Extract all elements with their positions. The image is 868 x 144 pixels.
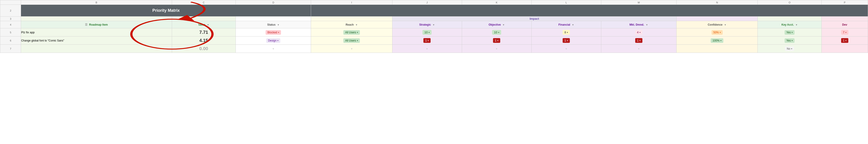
filter-icon-keyacct[interactable]: ▼ [796,24,798,26]
col-n-header[interactable]: N [677,0,758,5]
objective-pill-6[interactable]: 1 ▾ [493,38,500,43]
keyacct-pill-6[interactable]: Yes ▾ [784,38,795,43]
filter-icon-status[interactable]: ▼ [277,24,279,26]
mktdmnd-dropdown-empty[interactable]: ▾ [638,47,640,50]
col-d-header[interactable]: D [236,0,311,5]
confidence-pill-5[interactable]: 50% ▾ [712,30,723,35]
filter-icon-financial[interactable]: ▼ [572,24,574,26]
row6-objective[interactable]: 1 ▾ [462,37,531,45]
col-p-header[interactable]: P [822,0,868,5]
row7-keyacct[interactable]: No ▾ [758,45,822,53]
col-b-header[interactable]: B [21,0,172,5]
filter-icon-objective[interactable]: ▼ [502,24,505,26]
keyacct-pill-5[interactable]: Yes ▾ [784,30,795,35]
row6-strategic[interactable]: 1 ▾ [392,37,462,45]
row5-mktdmnd[interactable]: 4 ▾ [601,28,677,37]
row5-dev[interactable]: 7 ▾ [822,28,868,37]
dev-pill-6[interactable]: 1 ▾ [841,38,848,43]
blocked-chevron: ▾ [278,31,279,33]
row5-objective[interactable]: 10 ▾ [462,28,531,37]
objective-header[interactable]: Objective ▼ [462,21,531,28]
reach-pill-6[interactable]: All Users ▾ [343,38,360,43]
status-dropdown-empty[interactable]: ▾ [273,47,274,50]
strategic-pill-5[interactable]: 10 ▾ [423,30,431,35]
row3-p [822,17,868,21]
filter-icon-strategic[interactable]: ▼ [433,24,435,26]
filter-icon-reach[interactable]: ▼ [355,24,358,26]
dev-header[interactable]: Dev [822,21,868,28]
row6-status[interactable]: Design ▾ [236,37,311,45]
confidence-header[interactable]: Confidence ▼ [677,21,758,28]
col-c-header[interactable]: C [172,0,236,5]
column-headers-row: 4 ☰ Roadmap Item Value ▼ Status ▼ Reach … [0,21,868,28]
row7-objective[interactable]: ▾ [462,45,531,53]
row7-item[interactable] [21,45,172,53]
row7-dev[interactable] [822,45,868,53]
row5-strategic[interactable]: 10 ▾ [392,28,462,37]
row3-b [21,17,172,21]
row3-num: 3 [0,17,21,21]
blocked-badge[interactable]: Blocked ▾ [266,30,281,35]
col-k-header[interactable]: K [462,0,531,5]
row6-confidence[interactable]: 100% ▾ [677,37,758,45]
filter-icon-value[interactable]: ▼ [207,24,209,26]
financial-header[interactable]: Financial ▼ [531,21,601,28]
row6-dev[interactable]: 1 ▾ [822,37,868,45]
reach-dropdown-empty[interactable]: ▾ [351,47,352,50]
row6-reach[interactable]: All Users ▾ [311,37,392,45]
row5-value[interactable]: 7.71 [172,28,236,37]
row5-reach[interactable]: All Users ▾ [311,28,392,37]
row5-confidence[interactable]: 50% ▾ [677,28,758,37]
objective-dropdown-empty[interactable]: ▾ [496,47,497,50]
col-o-header[interactable]: O [758,0,822,5]
filter-icon-mkt[interactable]: ▼ [646,24,648,26]
row7-value[interactable]: 0.00 [172,45,236,53]
row5-financial[interactable]: 8 ▾ [531,28,601,37]
key-acct-header[interactable]: Key Acct. ▼ [758,21,822,28]
roadmap-item-header[interactable]: ☰ Roadmap Item [21,21,172,28]
col-j-header[interactable]: J [392,0,462,5]
col-i-header[interactable]: I [311,0,392,5]
row7-confidence[interactable] [677,45,758,53]
row7-reach[interactable]: ▾ [311,45,392,53]
strategic-pill-6[interactable]: 1 ▾ [423,38,431,43]
row6-value[interactable]: 4.15 [172,37,236,45]
row5-item[interactable]: Plz fix app [21,28,172,37]
reach-header[interactable]: Reach ▼ [311,21,392,28]
filter-icon-roadmap[interactable]: ☰ [85,23,88,26]
value-header[interactable]: Value ▼ [172,21,236,28]
row7-mktdmnd[interactable]: ▾ [601,45,677,53]
row6-num: 6 [0,37,21,45]
row6-financial[interactable]: 1 ▾ [531,37,601,45]
row7-status[interactable]: ▾ [236,45,311,53]
row4-num: 4 [0,21,21,28]
confidence-pill-6[interactable]: 100% ▾ [711,38,723,43]
strategic-dropdown-empty[interactable]: ▾ [426,47,428,50]
col-m-header[interactable]: M [601,0,677,5]
row3-c [172,17,236,21]
row7-strategic[interactable]: ▾ [392,45,462,53]
mktdmnd-pill-5[interactable]: 4 ▾ [635,30,643,35]
col-l-header[interactable]: L [531,0,601,5]
financial-pill-5[interactable]: 8 ▾ [563,30,570,35]
financial-dropdown-empty[interactable]: ▾ [565,47,567,50]
filter-icon-confidence[interactable]: ▼ [724,24,726,26]
row7-financial[interactable]: ▾ [531,45,601,53]
dev-pill-5[interactable]: 7 ▾ [841,30,848,35]
design-badge[interactable]: Design ▾ [266,38,280,43]
mkt-dmnd-header[interactable]: Mkt. Dmnd. ▼ [601,21,677,28]
strategic-header[interactable]: Strategic ▼ [392,21,462,28]
row6-mktdmnd[interactable]: 1 ▾ [601,37,677,45]
row3-n [677,17,758,21]
reach-pill-5[interactable]: All Users ▾ [343,30,360,35]
status-header[interactable]: Status ▼ [236,21,311,28]
row6-item[interactable]: Change global font to "Comic Sans" [21,37,172,45]
row5-keyacct[interactable]: Yes ▾ [758,28,822,37]
keyacct-pill-7[interactable]: No ▾ [785,47,794,51]
row5-status[interactable]: Blocked ▾ [236,28,311,37]
objective-pill-5[interactable]: 10 ▾ [492,30,501,35]
financial-pill-6[interactable]: 1 ▾ [563,38,570,43]
row6-keyacct[interactable]: Yes ▾ [758,37,822,45]
mktdmnd-pill-6[interactable]: 1 ▾ [635,38,643,43]
reach-chevron-5: ▾ [357,31,358,33]
